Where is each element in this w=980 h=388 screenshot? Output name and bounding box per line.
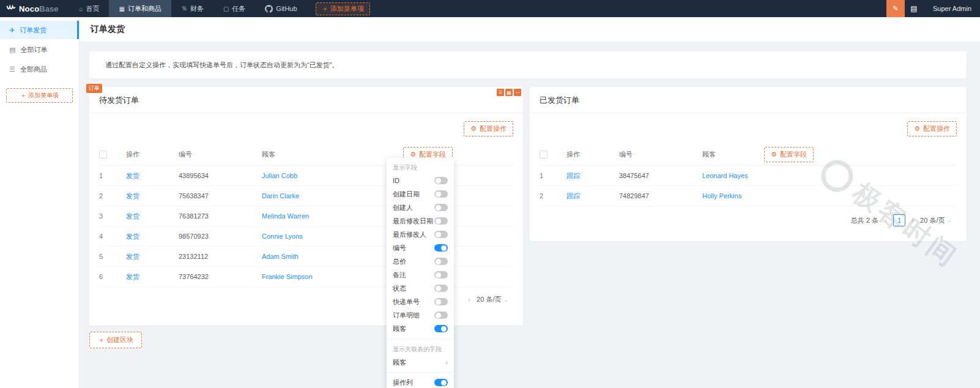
- customer-link[interactable]: Julian Cobb: [262, 172, 297, 179]
- prev-page-button[interactable]: ‹: [885, 216, 887, 225]
- select-all-checkbox[interactable]: [540, 151, 548, 159]
- configure-fields-label: 配置字段: [780, 150, 807, 159]
- field-toggle-item[interactable]: 创建人: [387, 201, 454, 214]
- customer-link[interactable]: Connie Lyons: [262, 233, 303, 240]
- logo-text-noco: Noco: [19, 4, 39, 13]
- order-number: 74829847: [619, 192, 702, 200]
- toggle-switch[interactable]: [434, 177, 448, 184]
- order-number: 76381273: [179, 212, 262, 220]
- block-settings-icon[interactable]: ⋯: [514, 89, 521, 96]
- toggle-switch[interactable]: [434, 298, 448, 305]
- configure-actions-label: 配置操作: [480, 124, 507, 133]
- row-index: 5: [99, 253, 126, 260]
- toggle-switch[interactable]: [434, 190, 448, 198]
- nav-item-github[interactable]: GitHub: [255, 0, 306, 17]
- field-label: 创建日期: [393, 190, 420, 199]
- customer-link[interactable]: Frankie Simpson: [262, 273, 313, 280]
- ui-editor-button[interactable]: ✎: [886, 0, 905, 17]
- navbar-right: ✎ ▤ Super Admin: [886, 0, 980, 17]
- order-number: 23132112: [179, 253, 262, 260]
- field-toggle-item[interactable]: 顾客: [387, 322, 454, 335]
- related-field-item[interactable]: 顾客 ›: [387, 356, 454, 369]
- configure-actions-label: 配置操作: [923, 124, 950, 133]
- customer-link[interactable]: Melinda Warren: [262, 212, 309, 220]
- docs-button[interactable]: ▤: [905, 0, 923, 17]
- sidebar-item-all-products[interactable]: ☰ 全部商品: [0, 60, 79, 78]
- toggle-switch[interactable]: [434, 312, 448, 319]
- toggle-switch[interactable]: [434, 217, 448, 225]
- toggle-switch[interactable]: [434, 231, 448, 238]
- next-page-button[interactable]: ›: [911, 216, 914, 225]
- divider: [387, 372, 454, 373]
- customer-link[interactable]: Leonard Hayes: [702, 172, 748, 179]
- page-size-select[interactable]: 20 条/页 ⌄: [477, 295, 508, 304]
- sidebar-item-all-orders[interactable]: ▤ 全部订单: [0, 40, 79, 59]
- configure-fields-button[interactable]: ⚙ 配置字段: [764, 147, 814, 162]
- divider: [387, 338, 454, 339]
- ship-action-link[interactable]: 发货: [126, 172, 139, 179]
- collection-tag: 订单: [86, 84, 102, 93]
- add-menu-item-button[interactable]: ＋ 添加菜单项: [316, 2, 370, 15]
- toggle-switch[interactable]: [434, 258, 448, 265]
- field-toggle-item[interactable]: 最后修改日期: [387, 214, 454, 228]
- field-toggle-item[interactable]: 快递单号: [387, 295, 454, 308]
- track-action-link[interactable]: 跟踪: [566, 172, 580, 179]
- user-menu[interactable]: Super Admin: [933, 5, 971, 12]
- drag-handle-icon[interactable]: ⠿: [497, 89, 504, 96]
- order-number: 43895634: [179, 172, 262, 179]
- sidebar-item-label: 全部商品: [20, 65, 47, 74]
- customer-link[interactable]: Adam Smith: [262, 253, 299, 260]
- next-page-button[interactable]: ›: [468, 296, 470, 304]
- ship-action-link[interactable]: 发货: [126, 233, 139, 240]
- percent-icon: ％: [181, 4, 187, 13]
- customer-link[interactable]: Holly Perkins: [702, 192, 741, 200]
- field-toggle-item[interactable]: 订单明细: [387, 308, 454, 322]
- toggle-switch[interactable]: [434, 271, 448, 278]
- select-all-checkbox[interactable]: [99, 151, 107, 159]
- page-size-select[interactable]: 20 条/页 ⌄: [920, 216, 952, 225]
- customer-link[interactable]: Darin Clarke: [262, 192, 299, 200]
- ship-action-link[interactable]: 发货: [126, 253, 139, 260]
- ship-action-link[interactable]: 发货: [126, 212, 139, 220]
- field-toggle-item[interactable]: 备注: [387, 268, 454, 282]
- field-toggle-item[interactable]: ID: [387, 174, 454, 187]
- field-toggle-item[interactable]: 最后修改人: [387, 228, 454, 241]
- action-column-toggle-item[interactable]: 操作列: [387, 376, 454, 388]
- ship-action-link[interactable]: 发货: [126, 273, 139, 280]
- sidebar-add-menu-item-button[interactable]: ＋ 添加菜单项: [6, 88, 73, 103]
- create-block-button[interactable]: ＋ 创建区块: [89, 332, 142, 348]
- configure-actions-button[interactable]: ⚙ 配置操作: [907, 121, 957, 136]
- column-header-number: 编号: [619, 150, 702, 159]
- page-description: 通过配置自定义操作，实现填写快递单号后，订单状态自动更新为为“已发货”。: [105, 61, 338, 70]
- toggle-switch[interactable]: [434, 204, 448, 211]
- nocobase-logo[interactable]: NocoBase: [6, 4, 58, 13]
- initializer-icon[interactable]: ▦: [505, 89, 513, 96]
- nav-item-label: 财务: [190, 4, 204, 13]
- toggle-switch[interactable]: [434, 285, 448, 292]
- row-index: 3: [99, 212, 126, 220]
- page-number-button[interactable]: 1: [893, 214, 905, 226]
- ship-action-link[interactable]: 发货: [126, 192, 139, 200]
- toggle-switch[interactable]: [434, 379, 448, 386]
- field-toggle-item[interactable]: 创建日期: [387, 187, 454, 201]
- sidebar-item-order-shipping[interactable]: ✈ 订单发货: [0, 21, 79, 39]
- nav-item-home[interactable]: ⌂ 首页: [69, 0, 109, 17]
- nav-item-tasks[interactable]: ▢ 任务: [213, 0, 255, 17]
- field-toggle-item[interactable]: 状态: [387, 282, 454, 295]
- configure-fields-dropdown: 显示字段 ID 创建日期 创建人 最后修改日期 最后修改人 编号 总价 备注 状…: [387, 158, 454, 388]
- field-toggle-item[interactable]: 总价: [387, 255, 454, 268]
- field-label: 状态: [393, 284, 406, 293]
- nav-item-finance[interactable]: ％ 财务: [171, 0, 213, 17]
- field-label: 顾客: [393, 324, 406, 334]
- chevron-right-icon: ›: [445, 359, 448, 366]
- toggle-switch[interactable]: [434, 325, 448, 332]
- order-number: 38475647: [619, 172, 702, 179]
- toggle-switch[interactable]: [434, 244, 448, 252]
- dropdown-section-label: 显示字段: [387, 160, 454, 174]
- field-toggle-item[interactable]: 编号: [387, 241, 454, 255]
- grid-icon: ▦: [119, 6, 124, 12]
- configure-actions-button[interactable]: ⚙ 配置操作: [464, 121, 513, 136]
- track-action-link[interactable]: 跟踪: [566, 192, 580, 200]
- nocobase-logo-icon: [6, 4, 16, 13]
- nav-item-orders-products[interactable]: ▦ 订单和商品: [109, 0, 171, 17]
